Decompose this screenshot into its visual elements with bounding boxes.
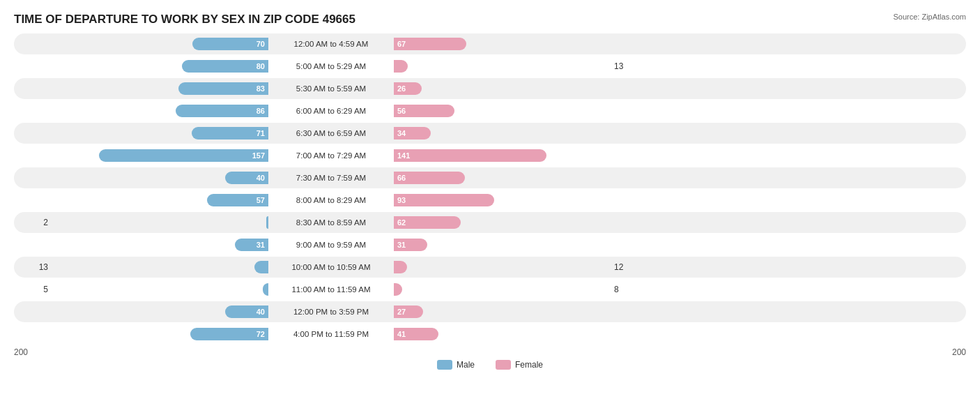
- chart-row: 2 8:30 AM to 8:59 AM 62: [14, 212, 966, 233]
- female-bar-value: 41: [394, 330, 409, 338]
- chart-row: 72 4:00 PM to 11:59 PM 41: [14, 324, 966, 345]
- chart-row: 157 7:00 AM to 7:29 AM 141: [14, 145, 966, 166]
- female-bar-container: 67: [394, 38, 610, 50]
- time-label: 10:00 AM to 10:59 AM: [268, 263, 394, 271]
- male-bar: 70: [192, 38, 268, 50]
- male-bar-container: 40: [52, 172, 268, 184]
- male-bar: 40: [225, 172, 268, 184]
- male-bar-value: 40: [253, 308, 268, 316]
- female-bar-container: 66: [394, 172, 610, 184]
- male-bar-value: 80: [253, 62, 268, 70]
- male-bar-container: [52, 283, 268, 296]
- female-bar: 141: [394, 149, 546, 162]
- male-bar-value: 71: [253, 129, 268, 137]
- male-bar-container: 40: [52, 305, 268, 318]
- male-bar-value: 57: [253, 196, 268, 204]
- female-bar: 66: [394, 172, 465, 184]
- female-bar: 27: [394, 305, 423, 318]
- female-bar-container: 31: [394, 239, 610, 251]
- female-bar-value: 66: [394, 174, 409, 182]
- chart-row: 80 5:00 AM to 5:29 AM 13: [14, 56, 966, 77]
- chart-area: 70 12:00 AM to 4:59 AM 67 80 5:00 AM to …: [14, 33, 966, 345]
- female-bar-container: [394, 261, 610, 273]
- legend: Male Female: [14, 360, 966, 370]
- male-value: 5: [14, 285, 52, 294]
- chart-row: 13 10:00 AM to 10:59 AM 12: [14, 257, 966, 278]
- female-bar: [394, 261, 407, 273]
- time-label: 9:00 AM to 9:59 AM: [268, 241, 394, 249]
- female-bar: 41: [394, 328, 438, 340]
- time-label: 6:00 AM to 6:29 AM: [268, 107, 394, 115]
- male-bar-value: 157: [249, 151, 268, 160]
- female-bar-value: 56: [394, 107, 409, 115]
- chart-row: 70 12:00 AM to 4:59 AM 67: [14, 33, 966, 54]
- female-bar-container: 41: [394, 328, 610, 340]
- female-bar: [394, 60, 408, 73]
- female-bar-value: 93: [394, 196, 409, 204]
- female-bar-container: 56: [394, 105, 610, 117]
- male-bar-value: 86: [253, 107, 268, 115]
- legend-male: Male: [437, 360, 475, 370]
- male-value: 2: [14, 218, 52, 227]
- male-bar: 57: [207, 194, 268, 206]
- male-bar: [254, 261, 268, 273]
- female-value: 8: [610, 285, 648, 294]
- male-bar: 157: [99, 149, 268, 162]
- time-label: 7:00 AM to 7:29 AM: [268, 151, 394, 160]
- female-color-box: [496, 360, 511, 370]
- time-label: 11:00 AM to 11:59 AM: [268, 285, 394, 294]
- chart-row: 40 12:00 PM to 3:59 PM 27: [14, 301, 966, 322]
- female-bar-value: 34: [394, 129, 409, 137]
- female-bar: 62: [394, 216, 461, 229]
- female-bar-container: 26: [394, 82, 610, 95]
- male-label: Male: [457, 360, 475, 370]
- male-bar-container: 57: [52, 194, 268, 206]
- male-bar-container: [52, 216, 268, 229]
- time-label: 7:30 AM to 7:59 AM: [268, 174, 394, 182]
- male-bar-container: 157: [52, 149, 268, 162]
- chart-row: 40 7:30 AM to 7:59 AM 66: [14, 167, 966, 188]
- male-bar-container: [52, 261, 268, 273]
- time-label: 8:30 AM to 8:59 AM: [268, 218, 394, 227]
- male-bar: 83: [178, 82, 268, 95]
- female-bar-container: 27: [394, 305, 610, 318]
- male-bar-value: 72: [253, 330, 268, 338]
- male-bar-value: 83: [253, 84, 268, 93]
- female-bar-container: 62: [394, 216, 610, 229]
- legend-female: Female: [496, 360, 543, 370]
- male-bar-container: 70: [52, 38, 268, 50]
- female-value: 12: [610, 262, 648, 272]
- female-bar-container: 141: [394, 149, 610, 162]
- chart-title: TIME OF DEPARTURE TO WORK BY SEX IN ZIP …: [14, 13, 966, 27]
- female-bar-value: 27: [394, 308, 409, 316]
- time-label: 8:00 AM to 8:29 AM: [268, 196, 394, 204]
- male-bar-container: 80: [52, 60, 268, 73]
- male-value: 13: [14, 262, 52, 272]
- male-bar-value: 31: [253, 241, 268, 249]
- chart-container: TIME OF DEPARTURE TO WORK BY SEX IN ZIP …: [0, 0, 980, 415]
- female-bar-container: [394, 283, 610, 296]
- male-bar-container: 86: [52, 105, 268, 117]
- male-bar: 72: [190, 328, 268, 340]
- female-bar-container: 34: [394, 127, 610, 139]
- time-label: 4:00 PM to 11:59 PM: [268, 330, 394, 338]
- male-bar-value: 40: [253, 174, 268, 182]
- male-color-box: [437, 360, 452, 370]
- female-bar-value: 67: [394, 40, 409, 48]
- female-bar: 93: [394, 194, 494, 206]
- chart-row: 86 6:00 AM to 6:29 AM 56: [14, 100, 966, 121]
- male-bar-container: 71: [52, 127, 268, 139]
- male-bar-value: 70: [253, 40, 268, 48]
- female-bar: 26: [394, 82, 422, 95]
- chart-row: 57 8:00 AM to 8:29 AM 93: [14, 190, 966, 211]
- male-bar: 86: [176, 105, 268, 117]
- time-label: 6:30 AM to 6:59 AM: [268, 129, 394, 137]
- female-label: Female: [515, 360, 543, 370]
- male-bar: 71: [192, 127, 268, 139]
- female-bar-container: [394, 60, 610, 73]
- chart-row: 5 11:00 AM to 11:59 AM 8: [14, 279, 966, 300]
- male-bar-container: 83: [52, 82, 268, 95]
- female-bar-value: 141: [394, 151, 413, 160]
- female-bar: [394, 283, 402, 296]
- time-label: 12:00 PM to 3:59 PM: [268, 308, 394, 316]
